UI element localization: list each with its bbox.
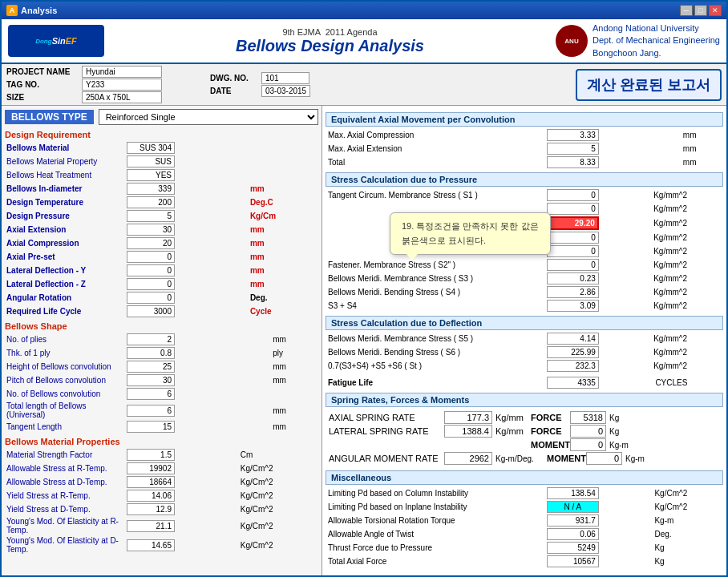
table-row: Tangent Length 15 mm (5, 420, 318, 434)
axial-preset-value: 0 (127, 251, 175, 263)
youngs-d-value: 14.65 (127, 539, 175, 551)
table-row: Young's Mod. Of Elasticity at R-Temp. 21… (5, 516, 318, 535)
left-panel: BELLOWS TYPE Reinforced Single Design Re… (2, 106, 322, 575)
yield-stress-d-unit: Kg/Cm^2 (239, 502, 318, 516)
angular-rotation-value: 0 (127, 292, 175, 304)
s3s4-unit: Kg/mm^2 (652, 299, 723, 313)
youngs-r-unit: Kg/Cm^2 (239, 516, 318, 535)
axial-extension-unit: mm (249, 223, 318, 236)
lateral-deflection-z-unit: mm (249, 277, 318, 291)
angular-moment-value: 2962 (444, 452, 492, 465)
life-cycle-label: Required Life Cycle (5, 305, 125, 318)
lateral-deflection-y-label: Lateral Deflection - Y (5, 264, 125, 277)
main-content: BELLOWS TYPE Reinforced Single Design Re… (2, 106, 726, 575)
design-pressure-label: Design Pressure (5, 209, 125, 223)
yield-stress-d-label: Yield Stress at D-Temp. (5, 502, 125, 516)
table-row: Pitch of Bellows convolution 30 mm (5, 373, 318, 387)
axial-spring-value: 177.3 (444, 411, 492, 424)
maximize-button[interactable]: □ (694, 5, 707, 16)
s1e-unit: Kg/mm^2 (652, 244, 723, 258)
table-row: Bellows Material Property SUS (5, 155, 318, 168)
s6-value: 225.99 (547, 346, 599, 358)
axial-extension-value: 30 (127, 224, 175, 236)
max-axial-comp-label: Max. Axial Compression (326, 128, 544, 142)
axial-preset-label: Axial Pre-set (5, 250, 125, 264)
allow-stress-r-label: Allowable Stress at R-Temp. (5, 462, 125, 475)
date-value: 03-03-2015 (261, 85, 310, 97)
bellows-material-label: Bellows Material (5, 141, 125, 155)
total-length-label: Total length of Bellows (Universal) (5, 401, 125, 420)
material-prop-label: Bellows Material Property (5, 155, 125, 168)
lateral-spring-label: LATERAL SPRING RATE (329, 426, 441, 436)
table-row: Bellows In-diameter 339 mm (5, 182, 318, 196)
app-header: DongSinEF 9th EJMA 2011 Agenda Bellows D… (2, 19, 726, 64)
table-row: Allowable Angle of Twist 0.06 Deg. (326, 527, 723, 541)
angular-moment2-value: 0 (586, 452, 622, 465)
thk-unit: ply (271, 346, 318, 360)
minimize-button[interactable]: ─ (680, 5, 693, 16)
tooltip-container: Tangent Circum. Membrance Stress ( S1 ) … (326, 188, 723, 313)
max-axial-ext-unit: mm (681, 142, 723, 155)
tangent-length-unit: mm (271, 420, 318, 434)
s2-label: Fastener. Membrance Stress ( S2" ) (326, 258, 544, 272)
axial-compression-value: 20 (127, 237, 175, 249)
lateral-force-unit: Kg (609, 427, 619, 436)
bellows-material-table: Material Strength Factor 1.5 Cm Allowabl… (5, 448, 318, 555)
table-row: Bellows Meridi. Bending Stress ( S4 ) 2.… (326, 285, 723, 299)
material-strength-unit: Cm (239, 448, 318, 462)
s5-label: Bellows Meridi. Membrance Stress ( S5 ) (326, 332, 544, 345)
table-row: Fastener. Membrance Stress ( S2" ) 0 Kg/… (326, 258, 723, 272)
table-row: Bellows Meridi. Membrance Stress ( S3 ) … (326, 272, 723, 285)
table-row: Yield Stress at R-Temp. 14.06 Kg/Cm^2 (5, 489, 318, 502)
pitch-value: 30 (127, 374, 175, 386)
tooltip-line1: 19. 특정조건을 만족하지 못한 값은 (402, 220, 539, 234)
s1-unit: Kg/mm^2 (652, 188, 723, 202)
project-name-value: Hyundai (82, 66, 162, 78)
table-row: Allowable Torsional Rotation Torque 931.… (326, 514, 723, 527)
material-strength-value: 1.5 (127, 449, 175, 461)
equiv-axial-table: Max. Axial Compression 3.33 mm Max. Axia… (326, 128, 723, 169)
tangent-length-value: 15 (127, 421, 175, 433)
max-axial-ext-value: 5 (547, 143, 599, 155)
pitch-label: Pitch of Bellows convolution (5, 373, 125, 387)
st-label: 0.7(S3+S4) +S5 +S6 ( St ) (326, 359, 544, 373)
lateral-force-label: FORCE (531, 426, 567, 436)
s3-value: 0.23 (547, 272, 599, 284)
lateral-spring-row: LATERAL SPRING RATE 1388.4 Kg/mm FORCE 0… (329, 425, 720, 438)
table-row: Bellows Meridi. Membrance Stress ( S5 ) … (326, 332, 723, 345)
total-axial-force-label: Total Axial Force (326, 555, 544, 568)
angular-rotation-unit: Deg. (249, 291, 318, 305)
heat-treat-value: YES (127, 169, 175, 181)
s3-label: Bellows Meridi. Membrance Stress ( S3 ) (326, 272, 544, 285)
table-row: 0.7(S3+S4) +S5 +S6 ( St ) 232.3 Kg/mm^2 (326, 359, 723, 373)
thrust-force-unit: Kg (653, 541, 723, 555)
total-axial-unit: mm (681, 155, 723, 169)
s5-value: 4.14 (547, 333, 599, 345)
design-pressure-value: 5 (127, 210, 175, 222)
axial-force-label: FORCE (531, 413, 567, 422)
angular-moment-unit: Kg-m/Deg. (495, 454, 544, 463)
s3s4-label: S3 + S4 (326, 299, 544, 313)
stress-pressure-header: Stress Calculation due to Pressure (326, 172, 723, 187)
table-row: Bellows Meridi. Bending Stress ( S6 ) 22… (326, 345, 723, 359)
design-req-table: Bellows Material SUS 304 Bellows Materia… (5, 141, 318, 318)
bellows-type-select[interactable]: Reinforced Single (99, 109, 318, 125)
s1-label: Tangent Circum. Membrance Stress ( S1 ) (326, 188, 544, 202)
project-info-bar: PROJECT NAME Hyundai TAG NO. Y233 SIZE 2… (2, 64, 726, 106)
life-cycle-value: 3000 (127, 305, 175, 317)
s3-unit: Kg/mm^2 (652, 272, 723, 285)
s6-unit: Kg/mm^2 (652, 345, 723, 359)
close-button[interactable]: ✕ (709, 5, 722, 16)
torsional-torque-unit: Kg-m (653, 514, 723, 527)
university-info: Andong National University Dept. of Mech… (593, 22, 720, 59)
tag-value: Y233 (82, 79, 162, 91)
youngs-r-label: Young's Mod. Of Elasticity at R-Temp. (5, 516, 125, 535)
axial-compression-unit: mm (249, 236, 318, 250)
tag-label: TAG NO. (6, 80, 79, 89)
heat-treat-label: Bellows Heat Treatment (5, 168, 125, 182)
table-row: Tangent Circum. Membrance Stress ( S1 ) … (326, 188, 723, 202)
spring-rates-header: Spring Rates, Forces & Moments (326, 393, 723, 407)
height-unit: mm (271, 360, 318, 373)
axial-compression-label: Axial Compression (5, 236, 125, 250)
bellows-diameter-value: 339 (127, 183, 175, 195)
